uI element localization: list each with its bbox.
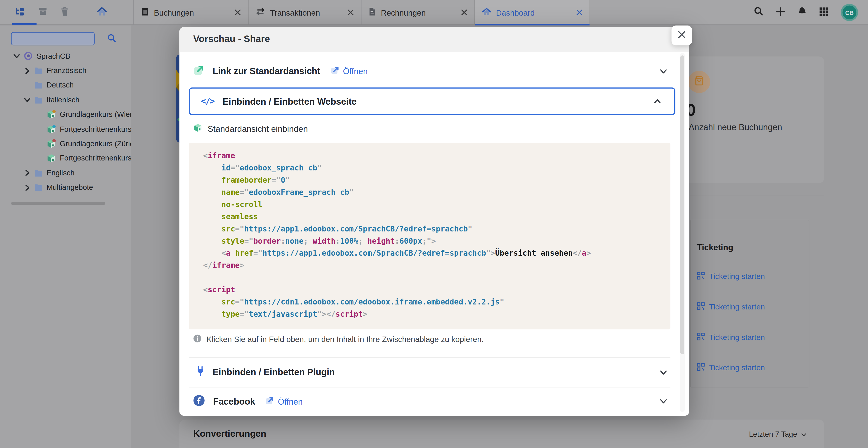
course-icon xyxy=(46,124,56,134)
plug-icon xyxy=(196,366,204,379)
chevron-right-icon[interactable] xyxy=(23,169,31,176)
close-tab-icon[interactable] xyxy=(576,9,582,15)
accordion-embed-plugin[interactable]: Einbinden / Einbetten Plugin xyxy=(179,358,689,387)
trash-icon[interactable] xyxy=(61,7,68,18)
code-line: type="text/javascript"></script> xyxy=(203,308,665,320)
notifications-icon[interactable] xyxy=(798,6,807,18)
tab-dashboard[interactable]: Dashboard xyxy=(475,0,590,25)
invoice-icon xyxy=(369,7,376,18)
sidebar-scrollbar[interactable] xyxy=(11,202,105,205)
tab-transaktionen[interactable]: Transaktionen xyxy=(249,0,362,25)
rail-active-underline xyxy=(12,23,37,25)
folder-icon xyxy=(34,96,43,103)
accordion-facebook[interactable]: Facebook Öffnen xyxy=(179,387,689,415)
navigation-tree: SprachCBFranzösischDeutschItalienischGru… xyxy=(0,49,131,195)
modal-scrollbar-thumb[interactable] xyxy=(680,55,684,354)
apps-grid-icon[interactable] xyxy=(819,7,828,18)
chevron-down-icon xyxy=(660,68,667,74)
embed-code-field[interactable]: <iframe id="edoobox_sprach cb" framebord… xyxy=(189,143,671,329)
sidebar: SprachCBFranzösischDeutschItalienischGru… xyxy=(0,26,131,448)
tree-item[interactable]: Grundlagenkurs (Wien) xyxy=(0,107,131,122)
ticketing-starten-link[interactable]: Ticketing starten xyxy=(697,333,765,342)
chevron-up-icon xyxy=(654,99,661,104)
chevron-right-icon[interactable] xyxy=(23,67,31,74)
ticketing-starten-link[interactable]: Ticketing starten xyxy=(697,302,765,312)
shopping-bag-icon xyxy=(693,75,705,89)
open-standard-view-link[interactable]: Öffnen xyxy=(330,66,368,76)
code-line: frameborder="0" xyxy=(203,174,665,186)
chevron-down-icon[interactable] xyxy=(23,97,31,102)
tree-item[interactable]: Multiangebote xyxy=(0,180,131,195)
tree-item[interactable]: Grundlagenkurs (Zürich) xyxy=(0,136,131,151)
modal-header: Vorschau - Share xyxy=(179,27,689,52)
konvertierungen-card: Konvertierungen Letzten 7 Tage xyxy=(179,419,824,448)
chevron-down-icon xyxy=(660,370,667,375)
tab-buchungen[interactable]: Buchungen xyxy=(134,0,249,25)
period-label: Letzten 7 Tage xyxy=(749,430,797,439)
accordion-label: Einbinden / Einbetten Webseite xyxy=(223,96,357,107)
accordion-embed-webseite[interactable]: </> Einbinden / Einbetten Webseite xyxy=(189,88,675,115)
copy-info-text: Klicken Sie auf in Feld oben, um den Inh… xyxy=(206,335,484,344)
avatar[interactable]: CB xyxy=(841,4,858,21)
link-label: Ticketing starten xyxy=(709,303,765,311)
close-tab-icon[interactable] xyxy=(235,9,241,15)
link-label: Ticketing starten xyxy=(709,273,765,281)
home-icon[interactable] xyxy=(97,7,107,18)
code-line: seamless xyxy=(203,211,665,223)
external-link-icon xyxy=(330,66,339,76)
chevron-down-icon[interactable] xyxy=(12,54,21,59)
code-line: <a href="https://app1.edoobox.com/Sprach… xyxy=(203,247,665,259)
tab-label: Transaktionen xyxy=(270,8,320,17)
tab-rechnungen[interactable]: Rechnungen xyxy=(362,0,475,25)
folder-icon xyxy=(34,169,43,177)
konvertierungen-title: Konvertierungen xyxy=(193,428,266,439)
tree-item[interactable]: Italienisch xyxy=(0,92,131,107)
code-line: src="https://cdn1.edoobox.com/edoobox.if… xyxy=(203,296,665,308)
ticketing-starten-link[interactable]: Ticketing starten xyxy=(697,272,765,281)
stat-icon-circle xyxy=(688,71,710,93)
stat-label: Anzahl neue Buchungen xyxy=(689,122,782,132)
add-icon[interactable] xyxy=(776,7,785,18)
top-actions: CB xyxy=(754,0,858,25)
code-line: name="edooboxFrame_sprach cb" xyxy=(203,186,665,198)
open-link-label: Öffnen xyxy=(278,397,303,406)
tree-item[interactable]: Fortgeschrittenenkurs (Zu xyxy=(0,151,131,166)
ticketing-starten-link[interactable]: Ticketing starten xyxy=(697,363,765,373)
link-label: Ticketing starten xyxy=(709,333,765,342)
divider xyxy=(690,195,825,195)
external-link-icon xyxy=(265,396,274,407)
search-icon[interactable] xyxy=(754,6,764,18)
modal-scrollbar[interactable] xyxy=(680,53,685,412)
search-input[interactable] xyxy=(11,32,95,45)
close-button[interactable] xyxy=(672,26,692,45)
ticket-scan-icon xyxy=(697,333,705,342)
code-line: <iframe xyxy=(203,150,665,162)
tree-item[interactable]: Fortgeschrittenenkurs (W xyxy=(0,122,131,136)
tree-item[interactable]: Französisch xyxy=(0,63,131,78)
folder-icon xyxy=(34,184,43,191)
tab-label: Buchungen xyxy=(154,8,194,17)
open-facebook-link[interactable]: Öffnen xyxy=(265,396,303,407)
ticket-scan-icon xyxy=(697,302,705,312)
embed-heading: Standardansicht einbinden xyxy=(208,124,308,134)
tree-item[interactable]: Deutsch xyxy=(0,78,131,93)
accordion-standard-link[interactable]: Link zur Standardansicht Öffnen xyxy=(179,58,689,84)
code-line: src="https://app1.edoobox.com/SprachCB/?… xyxy=(203,222,665,235)
ticketing-card: Ticketing Ticketing startenTicketing sta… xyxy=(690,220,809,387)
tree-item-label: Grundlagenkurs (Wien) xyxy=(60,110,131,119)
org-icon xyxy=(24,52,33,60)
search-icon[interactable] xyxy=(107,34,116,45)
accordion-label: Einbinden / Einbetten Plugin xyxy=(213,367,335,378)
period-select[interactable]: Letzten 7 Tage xyxy=(749,430,807,439)
tree-item[interactable]: SprachCB xyxy=(0,49,131,64)
top-bar: BuchungenTransaktionenRechnungenDashboar… xyxy=(0,0,868,25)
close-tab-icon[interactable] xyxy=(461,9,467,15)
course-icon xyxy=(46,110,56,119)
archive-icon[interactable] xyxy=(39,7,47,18)
close-tab-icon[interactable] xyxy=(348,9,354,15)
code-line: </iframe> xyxy=(203,259,665,271)
tree-item-label: Grundlagenkurs (Zürich) xyxy=(60,139,131,148)
tree-view-icon[interactable] xyxy=(16,7,25,18)
tree-item[interactable]: Englisch xyxy=(0,166,131,180)
chevron-right-icon[interactable] xyxy=(23,184,31,191)
